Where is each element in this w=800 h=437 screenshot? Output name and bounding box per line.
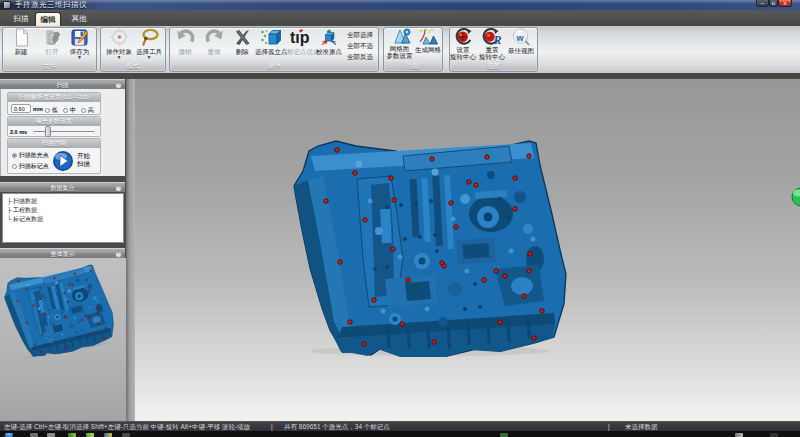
svg-text:R: R: [493, 33, 502, 46]
svg-text:w: w: [515, 33, 524, 43]
